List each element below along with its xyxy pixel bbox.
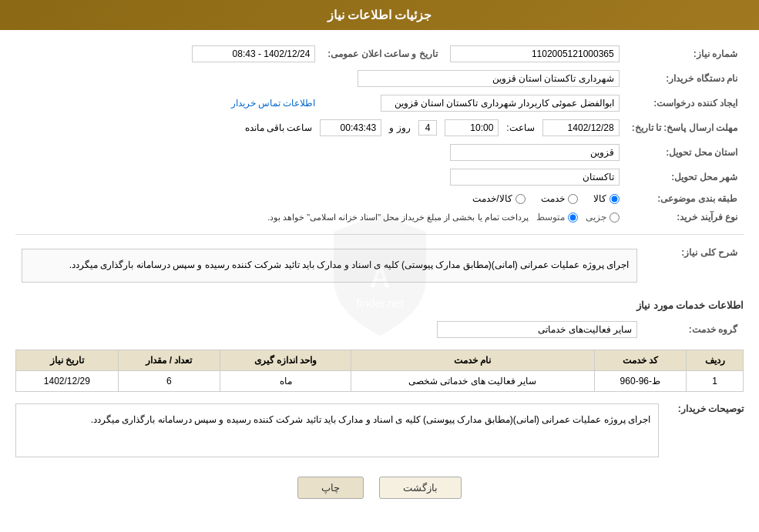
service-group-table: گروه خدمت: [15, 317, 744, 342]
cell-row: 1 [687, 370, 744, 391]
cell-unit: ماه [220, 370, 351, 391]
description-row: شرح کلی نیاز: اجرای پروژه عملیات عمرانی … [15, 241, 744, 290]
cell-date: 1402/12/29 [16, 370, 119, 391]
category-khedmat-label: خدمت [541, 193, 565, 204]
cell-code: ط-96-960 [594, 370, 686, 391]
services-data-table: ردیف کد خدمت نام خدمت واحد اندازه گیری ت… [15, 350, 744, 392]
remaining-label: ساعت باقی مانده [245, 122, 313, 133]
reply-days-value: 4 [418, 120, 438, 136]
col-header-quantity: تعداد / مقدار [118, 350, 220, 370]
need-number-input[interactable] [450, 45, 620, 62]
col-header-date: تاریخ نیاز [16, 350, 119, 370]
cell-quantity: 6 [118, 370, 220, 391]
cell-name: سایر فعالیت های خدماتی شخصی [351, 370, 595, 391]
process-note: پرداخت تمام یا بخشی از مبلغ خریداز محل "… [267, 212, 529, 223]
process-jozei-label: جزیی [586, 212, 606, 223]
category-label: طبقه بندی موضوعی: [626, 189, 744, 208]
reply-deadline-label: مهلت ارسال پاسخ: تا تاریخ: [626, 115, 744, 140]
description-text: اجرای پروژه عملیات عمرانی (امانی)(مطابق … [22, 249, 637, 283]
service-group-row: گروه خدمت: [15, 317, 744, 342]
creator-row: ایجاد کننده درخواست: اطلاعات تماس خریدار [15, 91, 744, 115]
need-number-label: شماره نیاز: [626, 42, 744, 66]
category-kala-label: کالا [593, 193, 606, 204]
col-header-row: ردیف [687, 350, 744, 370]
category-kala-khedmat-label: کالا/خدمت [472, 193, 512, 204]
page-header: جزئیات اطلاعات نیاز [0, 0, 759, 30]
remaining-input[interactable] [320, 119, 381, 136]
buyer-org-input[interactable] [358, 70, 620, 87]
services-header-row: ردیف کد خدمت نام خدمت واحد اندازه گیری ت… [16, 350, 744, 370]
reply-time-input[interactable] [445, 119, 499, 136]
col-header-code: کد خدمت [594, 350, 686, 370]
buyer-org-row: نام دستگاه خریدار: [15, 66, 744, 91]
buyer-note-text: اجرای پروژه عملیات عمرانی (امانی)(مطابق … [15, 403, 659, 457]
buyer-org-label: نام دستگاه خریدار: [626, 66, 744, 91]
back-button[interactable]: بازگشت [379, 477, 462, 499]
process-jozei-option[interactable]: جزیی [586, 212, 620, 223]
buyer-note-label: توصیحات خریدار: [667, 400, 744, 414]
bottom-buttons-area: بازگشت چاپ [15, 477, 744, 514]
page-title: جزئیات اطلاعات نیاز [327, 8, 432, 22]
category-kala-option[interactable]: کالا [593, 193, 620, 204]
process-label: نوع فرآیند خرید: [626, 208, 744, 226]
province-input[interactable] [450, 144, 620, 161]
category-khedmat-option[interactable]: خدمت [541, 193, 578, 204]
reply-days-label: روز و [389, 122, 410, 133]
city-row: شهر محل تحویل: [15, 165, 744, 189]
description-table: شرح کلی نیاز: اجرای پروژه عملیات عمرانی … [15, 241, 744, 290]
print-button[interactable]: چاپ [297, 477, 364, 499]
col-header-unit: واحد اندازه گیری [220, 350, 351, 370]
province-label: استان محل تحویل: [626, 140, 744, 165]
announce-input[interactable] [192, 45, 315, 62]
process-row: نوع فرآیند خرید: جزیی متوسط پرداخت تمام … [15, 208, 744, 226]
contact-link[interactable]: اطلاعات تماس خریدار [231, 98, 316, 109]
city-input[interactable] [450, 169, 620, 186]
need-number-row: شماره نیاز: تاریخ و ساعت اعلان عمومی: [15, 42, 744, 66]
category-kala-khedmat-option[interactable]: کالا/خدمت [472, 193, 525, 204]
reply-time-label: ساعت: [506, 122, 534, 133]
service-group-label: گروه خدمت: [643, 317, 744, 342]
col-header-name: نام خدمت [351, 350, 595, 370]
main-info-table: شماره نیاز: تاریخ و ساعت اعلان عمومی: نا… [15, 42, 744, 226]
category-row: طبقه بندی موضوعی: کالا خدمت [15, 189, 744, 208]
description-label: شرح کلی نیاز: [643, 241, 744, 290]
province-row: استان محل تحویل: [15, 140, 744, 165]
process-motovaset-option[interactable]: متوسط [536, 212, 578, 223]
reply-deadline-row: مهلت ارسال پاسخ: تا تاریخ: ساعت: 4 روز و… [15, 115, 744, 140]
announce-label: تاریخ و ساعت اعلان عمومی: [321, 42, 443, 66]
process-motovaset-label: متوسط [536, 212, 565, 223]
creator-label: ایجاد کننده درخواست: [626, 91, 744, 115]
table-row: 1ط-96-960سایر فعالیت های خدماتی شخصیماه6… [16, 370, 744, 391]
service-group-input[interactable] [437, 321, 637, 338]
services-section-title: اطلاعات خدمات مورد نیاز [15, 299, 744, 311]
city-label: شهر محل تحویل: [626, 165, 744, 189]
reply-date-input[interactable] [542, 119, 620, 136]
creator-input[interactable] [381, 95, 620, 112]
section-divider-1 [15, 234, 744, 235]
